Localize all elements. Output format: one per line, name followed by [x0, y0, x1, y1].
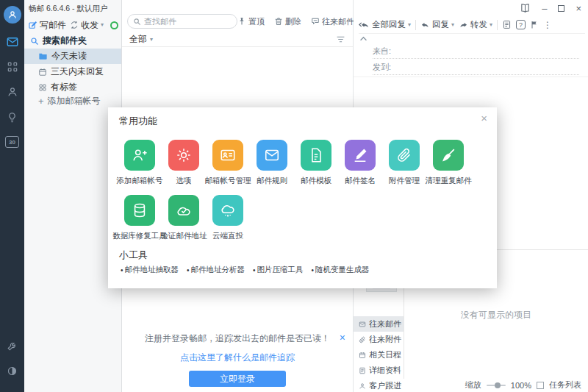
caret-down-icon: ▾ — [101, 22, 104, 28]
calendar-icon — [38, 68, 47, 76]
person-add-icon — [132, 147, 148, 163]
task-list-checkbox[interactable] — [537, 382, 544, 389]
write-mail-button[interactable]: 写邮件 — [28, 19, 66, 32]
caret-down-icon: ▾ — [451, 22, 454, 28]
cloud-broadcast-icon — [220, 202, 236, 218]
sync-icon — [70, 21, 79, 29]
tab-correspondence-mail[interactable]: 往来邮件 — [354, 316, 404, 332]
feature-cloud-direct-delivery[interactable]: 云端直投 — [206, 195, 250, 241]
zoom-slider[interactable] — [487, 385, 506, 386]
zoom-label: 缩放 — [465, 379, 481, 391]
help-icon[interactable]: ? — [516, 20, 526, 29]
pin-icon — [237, 17, 246, 26]
tab-customer-followup[interactable]: 客户跟进 — [354, 378, 404, 392]
folder-today-unread[interactable]: 今天未读 — [24, 49, 121, 64]
mail-nav-icon[interactable] — [3, 32, 22, 51]
forward-icon — [459, 20, 468, 29]
feature-attachment-management[interactable]: 附件管理 — [382, 140, 426, 186]
delete-button[interactable]: 删除 — [274, 16, 301, 27]
apps-grid-icon[interactable] — [3, 57, 22, 76]
send-receive-button[interactable]: 收发 ▾ — [70, 19, 104, 32]
feature-mail-signature[interactable]: 邮件签名 — [338, 140, 382, 186]
avatar[interactable] — [4, 6, 21, 24]
to-label: 发到: — [373, 62, 391, 73]
search-folders-group[interactable]: 搜索邮件夹 — [30, 35, 87, 47]
zoom-slider-knob[interactable] — [495, 382, 501, 388]
lightbulb-icon[interactable] — [3, 107, 22, 126]
tool-address-analyzer[interactable]: • 邮件地址分析器 — [187, 265, 245, 275]
search-mail-box[interactable] — [127, 14, 237, 29]
note-document-icon[interactable] — [502, 20, 512, 29]
reply-button[interactable]: 回复 ▾ — [420, 19, 454, 30]
sort-icon[interactable] — [336, 35, 345, 43]
dialog-close-button[interactable]: × — [481, 112, 487, 124]
window-title: 畅邮 6.6.4.6 - 默认用户 — [29, 4, 121, 14]
search-icon — [30, 37, 39, 46]
caret-down-icon: ▾ — [490, 22, 492, 28]
forward-button[interactable]: 转发 ▾ — [459, 19, 492, 30]
settings-wrench-icon[interactable] — [3, 336, 22, 355]
maximize-button[interactable] — [558, 5, 564, 12]
feature-add-account[interactable]: 添加邮箱帐号 — [118, 140, 162, 186]
calendar-30-icon[interactable]: 30 — [3, 132, 22, 152]
online-status-indicator — [110, 21, 118, 29]
caret-down-icon: ▾ — [150, 37, 153, 43]
reply-all-icon — [359, 20, 370, 29]
envelope-icon — [264, 147, 280, 163]
folder-no-reply-3days[interactable]: 三天内未回复 — [24, 64, 121, 79]
pin-to-top-button[interactable]: 置顶 — [237, 16, 265, 27]
status-bar: 缩放 100% 任务列表 — [457, 378, 588, 392]
compose-icon — [28, 21, 37, 30]
promo-close-button[interactable]: × — [340, 332, 345, 343]
tool-address-extractor[interactable]: • 邮件地址抽取器 — [121, 265, 179, 275]
plus-icon: + — [38, 96, 44, 106]
tool-random-variable-generator[interactable]: • 随机变量生成器 — [312, 265, 370, 275]
feature-options[interactable]: 选项 — [162, 140, 206, 186]
gear-icon — [176, 147, 192, 163]
feature-mail-templates[interactable]: 邮件模板 — [294, 140, 338, 186]
filter-all-dropdown[interactable]: 全部 ▾ — [129, 33, 153, 46]
cloud-check-icon — [176, 202, 192, 218]
add-account-button[interactable]: + 添加邮箱帐号 — [38, 95, 101, 107]
feature-database-repair[interactable]: 数据库修复工具 — [118, 195, 162, 241]
bullet-icon: • — [312, 266, 315, 274]
bullet-icon: • — [253, 266, 256, 274]
feature-account-management[interactable]: 邮箱帐号管理 — [206, 140, 250, 186]
person-icon — [359, 382, 366, 390]
reading-mode-icon[interactable] — [520, 3, 531, 13]
tab-related-schedule[interactable]: 相关日程 — [354, 347, 404, 363]
feature-clean-duplicates[interactable]: 清理重复邮件 — [426, 140, 470, 186]
small-tools-title: 小工具 — [119, 249, 148, 262]
theme-icon[interactable] — [3, 361, 22, 380]
common-functions-dialog: 常用功能 × 添加邮箱帐号 选项 — [108, 107, 497, 288]
login-button[interactable]: 立即登录 — [189, 371, 286, 387]
from-label: 来自: — [373, 46, 391, 57]
minimize-button[interactable]: – — [542, 4, 547, 13]
tool-image-compressor[interactable]: • 图片压缩工具 — [253, 265, 304, 275]
paperclip-icon — [396, 147, 412, 163]
tags-grid-icon — [38, 83, 47, 92]
feature-verify-address[interactable]: 验证邮件地址 — [162, 195, 206, 241]
search-icon — [133, 18, 141, 26]
close-button[interactable]: × — [576, 4, 581, 13]
account-card-icon — [220, 147, 236, 163]
promo-banner: 注册并登录畅邮，追踪发出去的邮件是否已读！ × 点击这里了解什么是邮件追踪 立即… — [122, 332, 353, 387]
correspondence-button[interactable]: 往来邮件 — [311, 16, 354, 27]
tab-details[interactable]: 详细资料 — [354, 363, 404, 378]
flag-icon[interactable] — [530, 20, 539, 29]
collapse-header-button[interactable] — [359, 36, 368, 41]
reply-all-button[interactable]: 全部回复 ▾ — [359, 19, 411, 30]
calendar-icon — [359, 352, 366, 359]
bullet-icon: • — [187, 266, 190, 274]
contacts-icon[interactable] — [3, 82, 22, 101]
feature-mail-rules[interactable]: 邮件规则 — [250, 140, 294, 186]
tracking-info-link[interactable]: 点击这里了解什么是邮件追踪 — [122, 352, 353, 364]
tab-correspondence-attachments[interactable]: 往来附件 — [354, 332, 404, 347]
template-document-icon — [308, 147, 324, 163]
folder-tagged[interactable]: 有标签 — [24, 79, 121, 95]
more-actions-button[interactable]: ⋮ — [543, 20, 552, 30]
document-icon — [359, 367, 366, 374]
caret-down-icon: ▾ — [408, 22, 411, 28]
database-icon — [132, 202, 148, 218]
search-mail-input[interactable] — [144, 17, 232, 26]
